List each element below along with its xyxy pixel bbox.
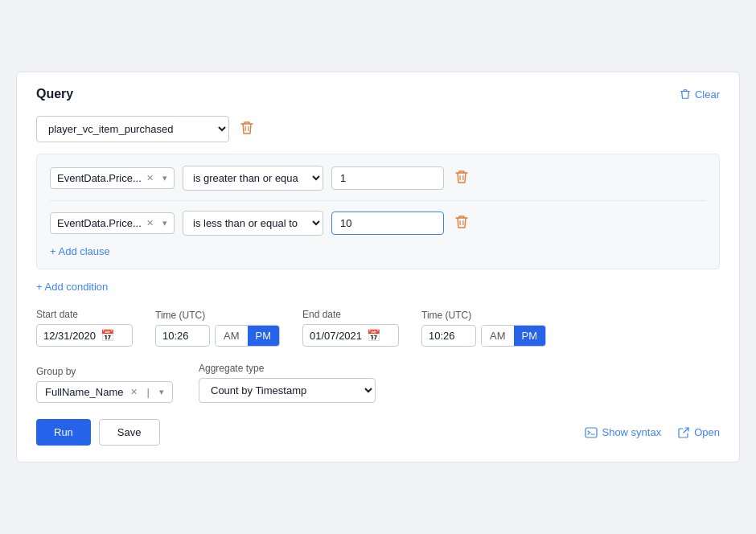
end-date-row: 01/07/2021 📅	[302, 324, 399, 347]
groupby-container: Group by FullName_Name ✕ | ▾	[36, 366, 173, 403]
start-date-row: 12/31/2020 📅	[36, 324, 133, 347]
start-ampm-group: AM PM	[215, 325, 280, 347]
end-date-label: End date	[302, 309, 399, 320]
svg-rect-1	[248, 126, 249, 131]
aggregate-select[interactable]: Count by Timestamp Sum Average Min Max	[199, 378, 376, 403]
operator-select-1[interactable]: is greater than or equa	[183, 166, 323, 191]
aggregate-container: Aggregate type Count by Timestamp Sum Av…	[199, 363, 376, 403]
panel-title: Query	[36, 87, 73, 101]
svg-rect-3	[462, 175, 463, 180]
clause-trash-icon-2	[455, 215, 468, 229]
end-date-value: 01/07/2021	[310, 330, 362, 342]
end-calendar-icon: 📅	[367, 329, 380, 342]
trash-icon	[240, 121, 253, 135]
groupby-chevron: ▾	[159, 387, 164, 397]
end-date-group: End date 01/07/2021 📅	[302, 309, 399, 347]
start-time-input[interactable]	[155, 325, 210, 347]
start-time-label: Time (UTC)	[155, 310, 280, 321]
event-delete-button[interactable]	[237, 119, 257, 140]
end-date-input[interactable]: 01/07/2021 📅	[302, 324, 399, 347]
run-button[interactable]: Run	[36, 419, 91, 446]
start-date-group: Start date 12/31/2020 📅	[36, 309, 133, 347]
end-ampm-group: AM PM	[481, 325, 546, 347]
value-input-1[interactable]	[331, 166, 444, 190]
clause-row: EventData.Price... ✕ ▾ is greater than o…	[50, 166, 706, 191]
end-time-group: Time (UTC) AM PM	[421, 310, 546, 347]
start-calendar-icon: 📅	[101, 329, 114, 342]
field-tag-chevron-2: ▾	[162, 218, 167, 228]
clause-delete-button-1[interactable]	[452, 168, 471, 189]
add-condition-label: + Add condition	[36, 281, 108, 293]
query-panel: Query Clear player_vc_item_purchased Eve…	[16, 72, 740, 462]
start-time-row: AM PM	[155, 325, 280, 347]
field-tag-1[interactable]: EventData.Price... ✕ ▾	[50, 167, 175, 189]
clear-icon	[680, 88, 691, 100]
add-clause-label: + Add clause	[50, 245, 110, 257]
open-link[interactable]: Open	[677, 426, 720, 439]
clause-delete-button-2[interactable]	[452, 213, 471, 234]
save-button[interactable]: Save	[99, 419, 160, 446]
svg-rect-2	[460, 175, 461, 180]
field-tag-close-1[interactable]: ✕	[146, 173, 154, 183]
groupby-value: FullName_Name	[45, 386, 124, 398]
footer-right: Show syntax Open	[585, 426, 720, 439]
datetime-section: Start date 12/31/2020 📅 Time (UTC) AM PM…	[36, 309, 720, 347]
field-tag-chevron-1: ▾	[162, 173, 167, 183]
end-time-label: Time (UTC)	[421, 310, 546, 321]
event-row: player_vc_item_purchased	[36, 116, 720, 142]
groupby-select[interactable]: FullName_Name ✕ | ▾	[36, 381, 173, 403]
clear-label: Clear	[695, 88, 720, 101]
field-tag-label-1: EventData.Price...	[57, 172, 142, 184]
bottom-section: Group by FullName_Name ✕ | ▾ Aggregate t…	[36, 363, 720, 403]
aggregate-label: Aggregate type	[199, 363, 376, 374]
end-time-input[interactable]	[421, 325, 476, 347]
start-time-group: Time (UTC) AM PM	[155, 310, 280, 347]
show-syntax-link[interactable]: Show syntax	[585, 426, 661, 439]
show-syntax-icon	[585, 426, 598, 439]
start-date-value: 12/31/2020	[43, 330, 96, 342]
groupby-close[interactable]: ✕	[130, 387, 138, 397]
condition-block: EventData.Price... ✕ ▾ is greater than o…	[36, 154, 720, 269]
open-icon	[677, 426, 690, 439]
svg-rect-6	[585, 428, 597, 437]
clear-button[interactable]: Clear	[680, 88, 720, 101]
field-tag-close-2[interactable]: ✕	[146, 218, 154, 228]
end-pm-button[interactable]: PM	[514, 326, 546, 346]
panel-header: Query Clear	[36, 87, 720, 101]
value-input-2[interactable]	[331, 212, 444, 235]
open-label: Open	[694, 426, 720, 438]
operator-select-2[interactable]: is less than or equal to	[183, 211, 323, 236]
end-time-row: AM PM	[421, 325, 546, 347]
svg-rect-0	[245, 126, 246, 131]
field-tag-2[interactable]: EventData.Price... ✕ ▾	[50, 212, 175, 234]
add-clause-button[interactable]: + Add clause	[50, 245, 110, 257]
footer-left: Run Save	[36, 419, 160, 446]
field-tag-label-2: EventData.Price...	[57, 217, 142, 229]
clause-trash-icon-1	[455, 170, 468, 184]
start-date-label: Start date	[36, 309, 133, 320]
start-pm-button[interactable]: PM	[248, 326, 280, 346]
footer-row: Run Save Show syntax Open	[36, 419, 720, 446]
event-select[interactable]: player_vc_item_purchased	[36, 116, 229, 142]
clause-divider	[50, 200, 706, 201]
add-condition-button[interactable]: + Add condition	[36, 281, 108, 293]
svg-rect-4	[460, 220, 461, 225]
show-syntax-label: Show syntax	[602, 426, 661, 438]
groupby-label: Group by	[36, 366, 173, 377]
start-am-button[interactable]: AM	[216, 326, 248, 346]
start-date-input[interactable]: 12/31/2020 📅	[36, 324, 133, 347]
clause-row-2: EventData.Price... ✕ ▾ is less than or e…	[50, 211, 706, 236]
svg-rect-5	[462, 220, 463, 225]
end-am-button[interactable]: AM	[482, 326, 514, 346]
